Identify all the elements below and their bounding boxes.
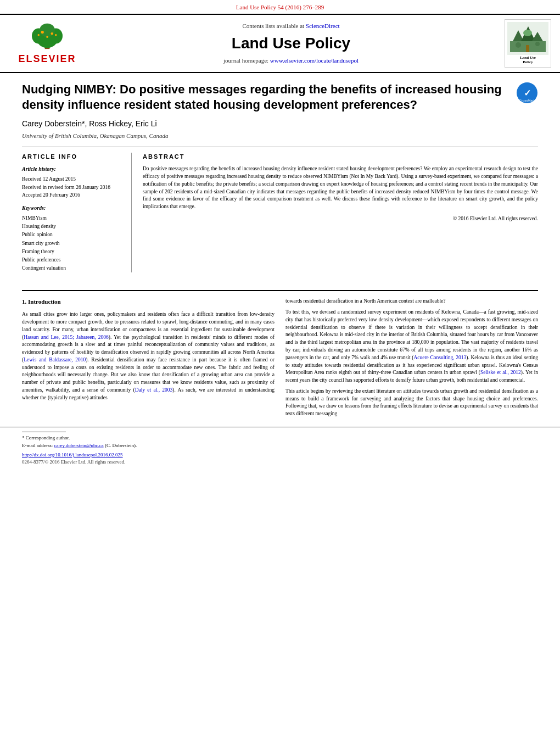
journal-badge-area: Land Use Policy [496, 19, 551, 67]
crossmark-icon[interactable]: ✓ CrossMark [516, 82, 538, 104]
article-meta-section: ARTICLE INFO Article history: Received 1… [22, 147, 538, 272]
elsevier-tree-icon [28, 21, 66, 51]
journal-header-center: Contents lists available at ScienceDirec… [86, 22, 496, 65]
article-title-section: Nudging NIMBY: Do positive messages rega… [22, 82, 538, 113]
crossmark-svg-icon: ✓ CrossMark [516, 82, 538, 104]
lewis-baldassare-ref[interactable]: Lewis and Baldassare, 2010 [24, 357, 86, 362]
intro-paragraph-2: towards residential densification in a N… [285, 298, 538, 305]
badge-illustration-icon [507, 22, 548, 55]
keywords-section: Keywords: NIMBYism Housing density Publi… [22, 204, 122, 272]
article-info-header: ARTICLE INFO [22, 153, 122, 161]
keyword-framing-theory: Framing theory [22, 248, 122, 256]
seliske-ref[interactable]: Seliske et al., 2012 [480, 370, 521, 375]
journal-homepage-link[interactable]: www.elsevier.com/locate/landusepol [270, 57, 359, 64]
intro-paragraph-3: To test this, we devised a randomized su… [285, 309, 538, 384]
svg-point-15 [523, 30, 532, 36]
article-authors: Carey Doberstein*, Ross Hickey, Eric Li [22, 119, 538, 130]
svg-point-7 [46, 36, 48, 38]
elsevier-logo-area: ELSEVIER [9, 21, 86, 66]
keyword-contingent-valuation: Contingent valuation [22, 264, 122, 272]
abstract-column: ABSTRACT Do positive messages regarding … [143, 153, 538, 272]
article-history-label: Article history: [22, 165, 122, 173]
journal-title: Land Use Policy [86, 32, 496, 54]
keywords-label: Keywords: [22, 204, 122, 212]
body-left-column: 1. Introduction As small cities grow int… [22, 298, 275, 421]
author-email-link[interactable]: carey.doberstein@ubc.ca [54, 443, 103, 448]
abstract-copyright: © 2016 Elsevier Ltd. All rights reserved… [143, 215, 538, 222]
abstract-header: ABSTRACT [143, 153, 538, 161]
svg-point-18 [535, 42, 540, 46]
keyword-smart-city: Smart city growth [22, 239, 122, 248]
body-divider [22, 290, 538, 291]
article-history: Article history: Received 12 August 2015… [22, 165, 122, 199]
svg-point-4 [40, 24, 55, 37]
page: Land Use Policy 54 (2016) 276–289 [0, 0, 560, 467]
history-accepted: Accepted 20 February 2016 [22, 191, 122, 199]
history-revised: Received in revised form 26 January 2016 [22, 183, 122, 191]
hassan-lee-ref[interactable]: Hassan and Lee, 2015; Jabareen, 2006 [24, 334, 109, 340]
elsevier-logo: ELSEVIER [9, 21, 86, 66]
contents-available-text: Contents lists available at ScienceDirec… [86, 22, 496, 30]
copyright-line: 0264-8377/© 2016 Elsevier Ltd. All right… [22, 459, 538, 466]
footnote-area: * Corresponding author. E-mail address: … [0, 427, 560, 467]
doi-link[interactable]: http://dx.doi.org/10.1016/j.landusepol.2… [22, 451, 538, 459]
land-use-policy-badge: Land Use Policy [505, 19, 551, 67]
footnote-email: E-mail address: carey.doberstein@ubc.ca … [22, 442, 538, 449]
keyword-housing-density: Housing density [22, 222, 122, 231]
intro-paragraph-1: As small cities grow into larger ones, p… [22, 311, 275, 401]
intro-paragraph-4: This article begins by reviewing the ext… [285, 388, 538, 418]
badge-label-text: Land Use Policy [507, 56, 548, 64]
elsevier-brand-text: ELSEVIER [18, 52, 76, 66]
keyword-nimbysim: NIMBYism [22, 214, 122, 222]
keyword-public-preferences: Public preferences [22, 256, 122, 264]
svg-text:✓: ✓ [524, 88, 531, 98]
sciencedirect-link[interactable]: ScienceDirect [306, 23, 340, 29]
article-affiliation: University of British Columbia, Okanagan… [22, 132, 538, 140]
keyword-public-opinion: Public opinion [22, 231, 122, 239]
body-columns: 1. Introduction As small cities grow int… [0, 298, 560, 421]
svg-point-9 [55, 34, 57, 36]
footnote-corresponding: * Corresponding author. [22, 434, 538, 442]
journal-header: ELSEVIER Contents lists available at Sci… [0, 14, 560, 72]
svg-point-6 [51, 32, 53, 35]
body-right-column: towards residential densification in a N… [285, 298, 538, 421]
acuere-ref[interactable]: Acuere Consulting, 2013 [413, 355, 466, 360]
svg-point-8 [38, 34, 40, 36]
svg-point-17 [516, 42, 521, 48]
abstract-text: Do positive messages regarding the benef… [143, 165, 538, 211]
journal-homepage-text: journal homepage: www.elsevier.com/locat… [86, 57, 496, 65]
article-info-column: ARTICLE INFO Article history: Received 1… [22, 153, 132, 272]
svg-text:CrossMark: CrossMark [519, 99, 535, 102]
svg-point-5 [41, 31, 44, 34]
badge-image [507, 22, 548, 55]
svg-rect-16 [526, 45, 529, 52]
article-title: Nudging NIMBY: Do positive messages rega… [22, 82, 516, 113]
footnote-divider [22, 432, 66, 432]
history-received: Received 12 August 2015 [22, 175, 122, 183]
daly-ref[interactable]: Daly et al., 2003 [135, 387, 173, 393]
section-1-title: 1. Introduction [22, 298, 275, 306]
journal-top-citation: Land Use Policy 54 (2016) 276–289 [0, 0, 560, 14]
article-content: Nudging NIMBY: Do positive messages rega… [0, 73, 560, 291]
